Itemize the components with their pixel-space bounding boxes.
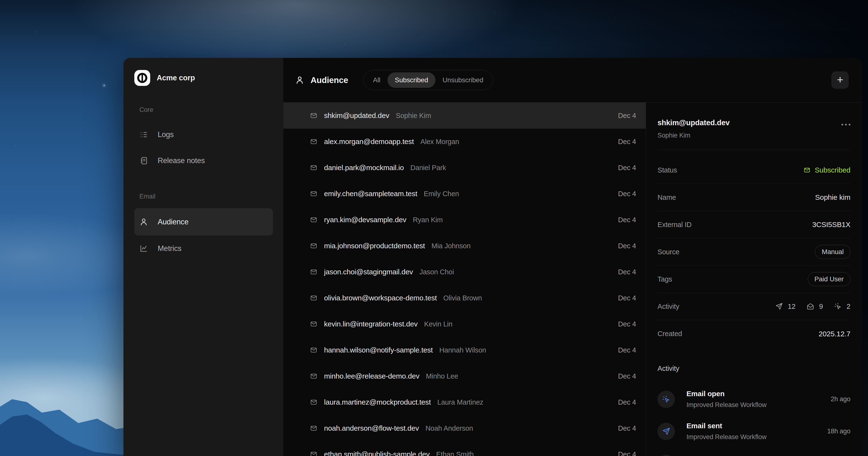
- activity-item-subtitle: Improved Release Workflow: [686, 401, 767, 409]
- envelope-icon: [310, 190, 318, 197]
- contact-name: Alex Morgan: [421, 138, 459, 146]
- contact-date: Dec 4: [618, 372, 636, 380]
- add-contact-button[interactable]: +: [831, 72, 849, 89]
- contact-name: Ryan Kim: [413, 216, 443, 224]
- activity-item-title: Email sent: [686, 422, 767, 430]
- contact-detail-panel: shkim@updated.dev Sophie Kim Status Subs…: [646, 103, 862, 456]
- sidebar-item-audience[interactable]: Audience: [134, 208, 273, 235]
- contact-name: Daniel Park: [410, 164, 446, 172]
- contact-name: Laura Martinez: [437, 398, 484, 406]
- envelope-icon: [310, 294, 318, 302]
- contact-name: Jason Choi: [420, 268, 454, 276]
- detail-header: shkim@updated.dev Sophie Kim: [657, 103, 850, 150]
- contact-row[interactable]: olivia.brown@workspace-demo.test Olivia …: [283, 285, 646, 311]
- clicked-icon: [834, 303, 842, 310]
- envelope-icon: [310, 242, 318, 250]
- envelope-icon: [310, 399, 318, 406]
- contact-date: Dec 4: [618, 112, 636, 120]
- subscribed-envelope-icon: [803, 167, 811, 173]
- activity-item-subtitle: Improved Release Workflow: [686, 433, 767, 441]
- contact-email: ethan.smith@publish-sample.dev: [324, 450, 430, 456]
- tab-all[interactable]: All: [366, 73, 388, 88]
- contact-row[interactable]: laura.martinez@mockproduct.test Laura Ma…: [283, 389, 646, 415]
- workspace-name: Acme corp: [157, 74, 195, 82]
- contact-name: Emily Chen: [424, 190, 459, 198]
- contact-email: minho.lee@release-demo.dev: [324, 372, 419, 380]
- field-source: Source Manual: [657, 238, 850, 266]
- contact-row[interactable]: minho.lee@release-demo.dev Minho Lee Dec…: [283, 363, 646, 389]
- contact-row[interactable]: jason.choi@stagingmail.dev Jason Choi De…: [283, 259, 646, 285]
- envelope-icon: [310, 216, 318, 223]
- detail-email: shkim@updated.dev: [657, 118, 850, 127]
- contact-email: laura.martinez@mockproduct.test: [324, 398, 431, 406]
- envelope-icon: [310, 372, 318, 380]
- page-title-group: Audience: [295, 75, 348, 85]
- field-created: Created 2025.12.7: [657, 320, 850, 347]
- activity-item-time: 2h ago: [831, 395, 850, 403]
- contact-email: kevin.lin@integration-test.dev: [324, 320, 417, 328]
- contact-row[interactable]: noah.anderson@flow-test.dev Noah Anderso…: [283, 415, 646, 441]
- contact-row[interactable]: hannah.wilson@notify-sample.test Hannah …: [283, 337, 646, 363]
- contact-row[interactable]: daniel.park@mockmail.io Daniel Park Dec …: [283, 155, 646, 181]
- activity-item-icon: [657, 455, 675, 456]
- contact-name: Ethan Smith: [436, 451, 474, 456]
- contact-email: olivia.brown@workspace-demo.test: [324, 294, 437, 302]
- page-title: Audience: [311, 75, 348, 85]
- envelope-icon: [310, 138, 318, 145]
- workspace-switcher[interactable]: Acme corp: [134, 70, 273, 86]
- contact-email: jason.choi@stagingmail.dev: [324, 268, 413, 276]
- tab-unsubscribed[interactable]: Unsubscribed: [435, 73, 491, 88]
- envelope-icon: [310, 268, 318, 276]
- activity-section-title: Activity: [657, 365, 850, 372]
- sidebar-item-logs[interactable]: Logs: [134, 122, 273, 148]
- contact-name: Mia Johnson: [431, 242, 470, 250]
- contact-list[interactable]: shkim@updated.dev Sophie Kim Dec 4 alex.…: [283, 103, 646, 456]
- contact-row[interactable]: ethan.smith@publish-sample.dev Ethan Smi…: [283, 441, 646, 456]
- contact-date: Dec 4: [618, 268, 636, 276]
- stars: [104, 85, 105, 86]
- sidebar: Acme corp Core Logs Release notes Email: [123, 58, 283, 456]
- activity-timeline: Email open Improved Release Workflow 2h …: [657, 383, 850, 456]
- envelope-icon: [310, 451, 318, 456]
- activity-item-icon: [657, 423, 675, 440]
- metrics-icon: [140, 244, 148, 253]
- send-icon: [662, 427, 670, 435]
- logs-icon: [140, 130, 148, 139]
- field-activity-stats: Activity 12 9: [657, 293, 850, 320]
- contact-email: noah.anderson@flow-test.dev: [324, 424, 419, 432]
- field-tags: Tags Paid User: [657, 266, 850, 293]
- contact-name: Noah Anderson: [426, 424, 473, 432]
- release-notes-icon: [140, 156, 148, 165]
- contact-row[interactable]: ryan.kim@devsample.dev Ryan Kim Dec 4: [283, 207, 646, 233]
- contact-email: emily.chen@sampleteam.test: [324, 190, 417, 198]
- audience-icon: [140, 218, 148, 226]
- envelope-icon: [310, 112, 318, 119]
- contact-email: mia.johnson@productdemo.test: [324, 242, 425, 250]
- detail-fields: Status Subscribed Name Sophie kim: [657, 150, 850, 347]
- sidebar-item-release-notes[interactable]: Release notes: [134, 148, 273, 174]
- more-options-button[interactable]: [841, 124, 850, 125]
- contact-row[interactable]: emily.chen@sampleteam.test Emily Chen De…: [283, 181, 646, 207]
- contact-row[interactable]: shkim@updated.dev Sophie Kim Dec 4: [283, 103, 646, 129]
- contact-row[interactable]: mia.johnson@productdemo.test Mia Johnson…: [283, 233, 646, 259]
- sidebar-section-email: Email: [140, 193, 273, 200]
- contact-email: daniel.park@mockmail.io: [324, 164, 404, 172]
- tab-subscribed[interactable]: Subscribed: [388, 73, 435, 88]
- contact-row[interactable]: alex.morgan@demoapp.test Alex Morgan Dec…: [283, 129, 646, 155]
- field-external-id: External ID 3CSI5SB1X: [657, 211, 850, 238]
- contact-date: Dec 4: [618, 138, 636, 146]
- contact-email: hannah.wilson@notify-sample.test: [324, 346, 433, 354]
- contact-name: Kevin Lin: [424, 320, 453, 328]
- envelope-icon: [310, 320, 318, 327]
- contact-name: Minho Lee: [426, 372, 458, 380]
- contact-date: Dec 4: [618, 398, 636, 406]
- contact-row[interactable]: kevin.lin@integration-test.dev Kevin Lin…: [283, 311, 646, 337]
- envelope-icon: [310, 425, 318, 432]
- tag-pill: Paid User: [808, 272, 850, 286]
- field-status: Status Subscribed: [657, 156, 850, 184]
- sidebar-item-metrics[interactable]: Metrics: [134, 235, 273, 261]
- content: shkim@updated.dev Sophie Kim Dec 4 alex.…: [283, 103, 862, 456]
- contact-name: Olivia Brown: [443, 294, 482, 302]
- sidebar-section-core: Core: [140, 106, 273, 114]
- contact-email: shkim@updated.dev: [324, 111, 390, 120]
